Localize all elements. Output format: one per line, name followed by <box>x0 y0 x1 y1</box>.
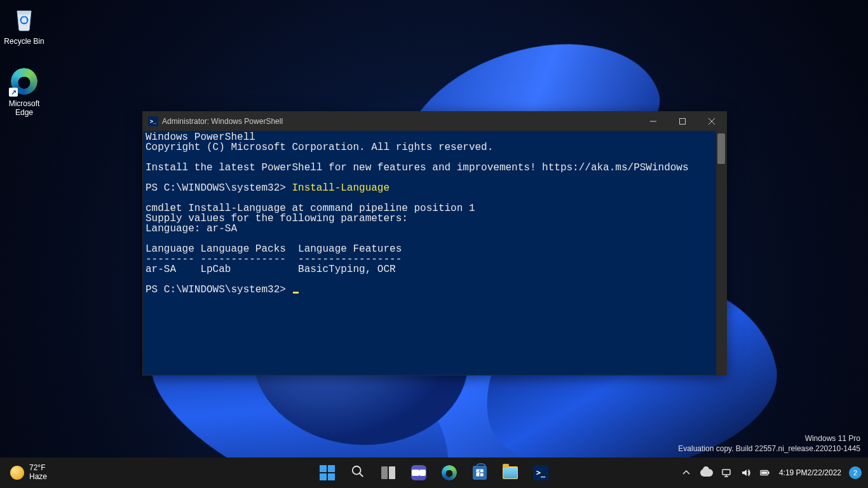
minimize-button[interactable] <box>639 112 668 131</box>
weather-condition: Haze <box>29 473 47 482</box>
chat-icon <box>411 465 426 480</box>
speaker-icon <box>741 468 751 478</box>
edge-icon <box>442 465 457 480</box>
terminal-line: Language: ar-SA <box>146 223 237 234</box>
folder-icon <box>503 466 518 479</box>
recycle-bin-icon <box>9 4 39 34</box>
desktop-icon-label: Recycle Bin <box>0 37 48 46</box>
edge-icon: ↗ <box>9 66 39 97</box>
terminal-body[interactable]: Windows PowerShell Copyright (C) Microso… <box>143 131 726 375</box>
windows-logo-icon <box>320 465 335 480</box>
window-titlebar[interactable]: >_ Administrator: Windows PowerShell <box>143 112 726 131</box>
chevron-up-icon <box>681 468 691 478</box>
powershell-icon: >_ <box>533 465 548 480</box>
task-view-icon <box>381 466 395 479</box>
clock-time: 4:19 PM <box>779 468 808 477</box>
powershell-icon: >_ <box>148 116 158 126</box>
watermark-line: Evaluation copy. Build 22557.ni_release.… <box>678 444 860 454</box>
tray-network-button[interactable] <box>718 460 736 485</box>
terminal-line: ar-SA LpCab BasicTyping, OCR <box>146 264 396 275</box>
tray-volume-button[interactable] <box>737 460 755 485</box>
tray-overflow-button[interactable] <box>677 460 695 485</box>
taskbar-clock[interactable]: 4:19 PM 2/22/2022 <box>775 460 845 485</box>
terminal-command: Install-Language <box>292 182 390 194</box>
weather-widget[interactable]: 72°F Haze <box>6 460 51 485</box>
clock-date: 2/22/2022 <box>808 468 841 477</box>
desktop-icon-edge[interactable]: ↗ Microsoft Edge <box>0 66 48 117</box>
terminal-line: Copyright (C) Microsoft Corporation. All… <box>146 142 493 153</box>
svg-rect-11 <box>761 471 767 474</box>
desktop-icon-label: Microsoft Edge <box>0 99 48 117</box>
terminal-prompt: PS C:\WINDOWS\system32> <box>146 182 292 194</box>
terminal-cursor <box>293 292 299 294</box>
battery-icon <box>760 468 770 478</box>
desktop-icon-recycle-bin[interactable]: Recycle Bin <box>0 4 48 46</box>
scrollbar[interactable] <box>716 131 726 375</box>
scrollbar-thumb[interactable] <box>717 133 725 164</box>
notifications-button[interactable]: 2 <box>846 460 864 485</box>
cloud-icon <box>700 469 713 477</box>
svg-rect-10 <box>768 471 770 474</box>
weather-temp: 72°F <box>29 464 47 473</box>
taskbar[interactable]: 72°F Haze >_ <box>0 458 868 488</box>
start-button[interactable] <box>314 460 341 485</box>
desktop-watermark: Windows 11 Pro Evaluation copy. Build 22… <box>678 433 860 454</box>
task-view-button[interactable] <box>375 460 402 485</box>
svg-rect-1 <box>680 119 686 125</box>
taskbar-powershell-button[interactable]: >_ <box>527 460 554 485</box>
powershell-window[interactable]: >_ Administrator: Windows PowerShell Win… <box>142 111 727 376</box>
taskbar-explorer-button[interactable] <box>497 460 524 485</box>
network-icon <box>722 468 732 478</box>
search-button[interactable] <box>344 460 371 485</box>
store-icon <box>473 466 487 480</box>
terminal-prompt: PS C:\WINDOWS\system32> <box>146 284 292 295</box>
weather-icon <box>10 466 24 480</box>
taskbar-store-button[interactable] <box>466 460 493 485</box>
maximize-button[interactable] <box>668 112 697 131</box>
taskbar-edge-button[interactable] <box>436 460 463 485</box>
svg-line-5 <box>360 473 363 477</box>
window-title: Administrator: Windows PowerShell <box>162 117 283 126</box>
search-icon <box>351 464 365 481</box>
notification-count-badge: 2 <box>849 466 862 479</box>
watermark-line: Windows 11 Pro <box>678 433 860 444</box>
shortcut-overlay-icon: ↗ <box>9 88 18 97</box>
tray-onedrive-button[interactable] <box>696 460 717 485</box>
terminal-line: Install the latest PowerShell for new fe… <box>146 162 689 173</box>
svg-point-4 <box>353 466 361 475</box>
chat-button[interactable] <box>405 460 432 485</box>
svg-rect-6 <box>722 470 730 475</box>
close-button[interactable] <box>697 112 726 131</box>
tray-battery-button[interactable] <box>756 460 774 485</box>
